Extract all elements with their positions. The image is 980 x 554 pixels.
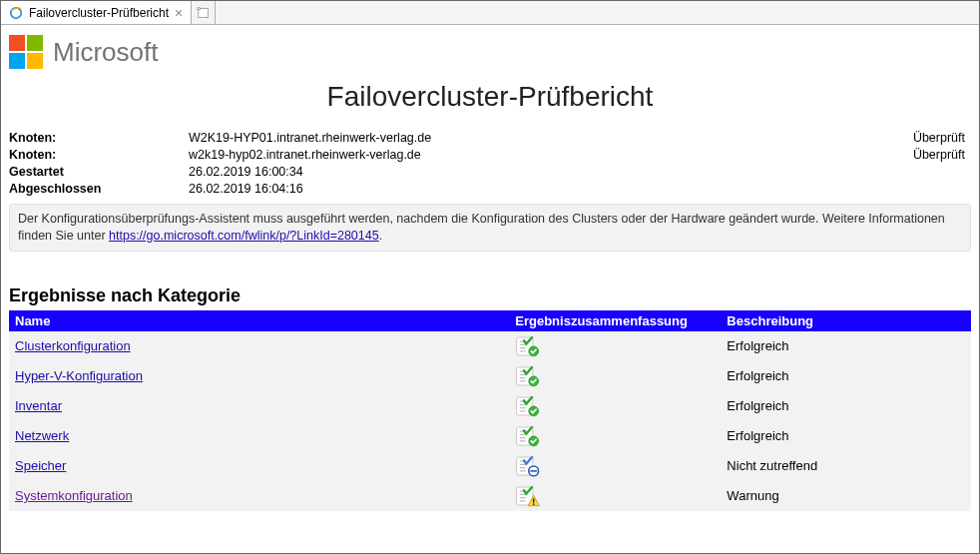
category-link[interactable]: Speicher xyxy=(15,458,66,473)
col-name: Name xyxy=(9,310,509,331)
tab-bar: Failovercluster-Prüfbericht × xyxy=(1,1,979,25)
table-row: SpeicherNicht zutreffend xyxy=(9,451,971,481)
col-description: Beschreibung xyxy=(721,310,971,331)
table-row: SystemkonfigurationWarnung xyxy=(9,481,971,511)
results-table: Name Ergebniszusammenfassung Beschreibun… xyxy=(9,310,971,511)
table-header-row: Name Ergebniszusammenfassung Beschreibun… xyxy=(9,310,971,331)
info-label: Gestartet xyxy=(9,165,189,179)
warning-status-icon xyxy=(515,485,541,507)
category-link[interactable]: Hyper-V-Konfiguration xyxy=(15,368,143,383)
notice-box: Der Konfigurationsüberprüfungs-Assistent… xyxy=(9,204,971,252)
na-status-icon xyxy=(515,455,541,477)
browser-tab[interactable]: Failovercluster-Prüfbericht × xyxy=(1,1,192,24)
info-value: 26.02.2019 16:04:16 xyxy=(189,182,971,196)
info-row-node: Knoten: W2K19-HYP01.intranet.rheinwerk-v… xyxy=(9,131,971,145)
table-row: NetzwerkErfolgreich xyxy=(9,421,971,451)
info-row-node: Knoten: w2k19-hyp02.intranet.rheinwerk-v… xyxy=(9,148,971,162)
content-scroll[interactable]: Microsoft Failovercluster-Prüfbericht Kn… xyxy=(1,25,979,553)
info-value: 26.02.2019 16:00:34 xyxy=(189,165,971,179)
category-description: Nicht zutreffend xyxy=(721,451,971,481)
category-description: Warnung xyxy=(721,481,971,511)
col-summary: Ergebniszusammenfassung xyxy=(509,310,721,331)
info-label: Knoten: xyxy=(9,131,189,145)
info-row-started: Gestartet 26.02.2019 16:00:34 xyxy=(9,165,971,179)
category-link[interactable]: Systemkonfiguration xyxy=(15,488,133,503)
category-description: Erfolgreich xyxy=(721,361,971,391)
category-description: Erfolgreich xyxy=(721,421,971,451)
new-tab-button[interactable] xyxy=(192,1,216,24)
brand-name: Microsoft xyxy=(53,37,158,68)
info-status: Überprüft xyxy=(913,148,971,162)
table-row: ClusterkonfigurationErfolgreich xyxy=(9,331,971,361)
info-label: Abgeschlossen xyxy=(9,182,189,196)
info-value: W2K19-HYP01.intranet.rheinwerk-verlag.de xyxy=(189,131,913,145)
category-link[interactable]: Clusterkonfiguration xyxy=(15,338,131,353)
table-row: Hyper-V-KonfigurationErfolgreich xyxy=(9,361,971,391)
page-title: Failovercluster-Prüfbericht xyxy=(9,81,971,113)
svg-rect-2 xyxy=(198,7,201,9)
success-status-icon xyxy=(515,425,541,447)
tab-title: Failovercluster-Prüfbericht xyxy=(29,6,169,20)
info-status: Überprüft xyxy=(913,131,971,145)
microsoft-logo-icon xyxy=(9,35,43,69)
table-row: InventarErfolgreich xyxy=(9,391,971,421)
notice-link[interactable]: https://go.microsoft.com/fwlink/p/?LinkI… xyxy=(109,229,379,243)
category-link[interactable]: Netzwerk xyxy=(15,428,69,443)
info-value: w2k19-hyp02.intranet.rheinwerk-verlag.de xyxy=(189,148,913,162)
success-status-icon xyxy=(515,395,541,417)
brand: Microsoft xyxy=(9,35,971,69)
notice-text-after: . xyxy=(379,229,382,243)
results-heading: Ergebnisse nach Kategorie xyxy=(9,285,971,306)
success-status-icon xyxy=(515,365,541,387)
info-label: Knoten: xyxy=(9,148,189,162)
category-link[interactable]: Inventar xyxy=(15,398,62,413)
category-description: Erfolgreich xyxy=(721,391,971,421)
category-description: Erfolgreich xyxy=(721,331,971,361)
ie-icon xyxy=(9,6,23,20)
info-row-completed: Abgeschlossen 26.02.2019 16:04:16 xyxy=(9,182,971,196)
report-content: Microsoft Failovercluster-Prüfbericht Kn… xyxy=(1,25,979,527)
close-icon[interactable]: × xyxy=(175,5,183,21)
success-status-icon xyxy=(515,335,541,357)
